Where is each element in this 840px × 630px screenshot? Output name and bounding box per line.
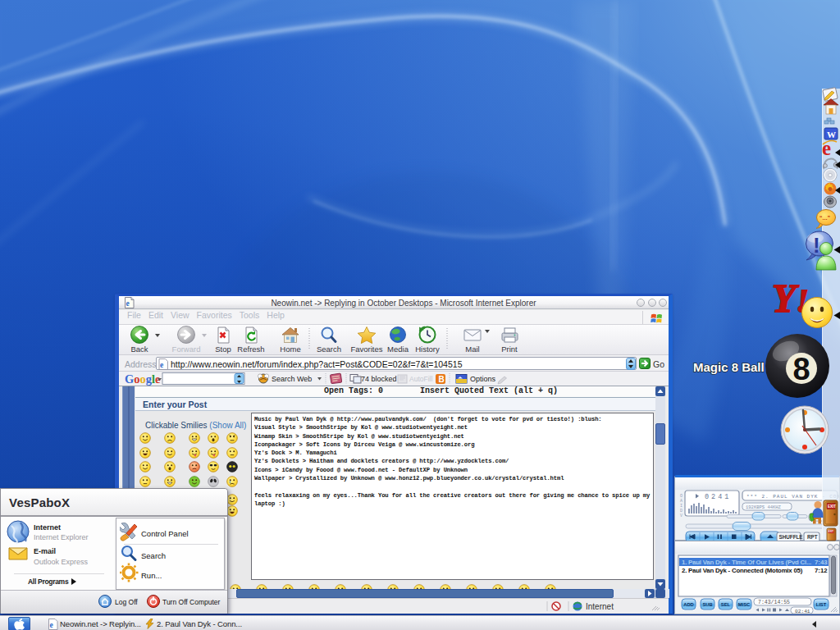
svg-text:e: e: [126, 299, 130, 308]
svg-text:02:41: 02:41: [795, 609, 810, 614]
svg-text:e: e: [50, 621, 53, 629]
svg-text:Internet: Internet: [586, 602, 614, 611]
svg-text:Back: Back: [130, 345, 148, 354]
svg-text:History: History: [415, 345, 440, 354]
svg-text:RPT: RPT: [807, 534, 818, 540]
svg-text:0241: 0241: [705, 493, 731, 501]
svg-text:LIST: LIST: [816, 602, 827, 607]
svg-text:Favorites: Favorites: [350, 345, 382, 354]
svg-text:Print: Print: [501, 345, 518, 354]
svg-text:V: V: [680, 514, 682, 518]
svg-text:1. Paul Van Dyk - Time Of Our: 1. Paul Van Dyk - Time Of Our Lives (Pvd…: [682, 559, 811, 566]
svg-text:SUB: SUB: [702, 602, 712, 607]
svg-text:ADD: ADD: [683, 602, 694, 607]
svg-text:74 blocked: 74 blocked: [361, 375, 397, 383]
svg-text:Google: Google: [125, 372, 161, 386]
svg-text:Home: Home: [280, 345, 300, 354]
svg-text:SEL: SEL: [721, 602, 731, 607]
svg-text:Options: Options: [470, 375, 496, 383]
svg-text:AutoFill: AutoFill: [409, 375, 432, 383]
svg-text:B: B: [439, 375, 445, 384]
svg-text:Mail: Mail: [465, 345, 479, 354]
svg-text:Media: Media: [387, 345, 409, 354]
svg-text:2. Paul Van Dyk - Connected (M: 2. Paul Van Dyk - Connected (Motomix 05): [682, 567, 803, 574]
svg-text:Refresh: Refresh: [237, 345, 264, 354]
svg-text:7:12: 7:12: [815, 567, 828, 574]
svg-text:Search Web: Search Web: [272, 375, 312, 383]
svg-text:Forward: Forward: [172, 345, 201, 354]
svg-text:MISC: MISC: [738, 602, 751, 607]
svg-text:192KBPS 44KHZ: 192KBPS 44KHZ: [746, 504, 782, 510]
svg-text:Search: Search: [317, 345, 341, 354]
svg-text:Stop: Stop: [215, 345, 231, 354]
svg-text:SHUFFLE: SHUFFLE: [779, 534, 803, 540]
svg-text:7:43: 7:43: [815, 559, 828, 566]
svg-text:7:43/14:55: 7:43/14:55: [758, 600, 790, 605]
svg-text:e: e: [160, 361, 163, 369]
